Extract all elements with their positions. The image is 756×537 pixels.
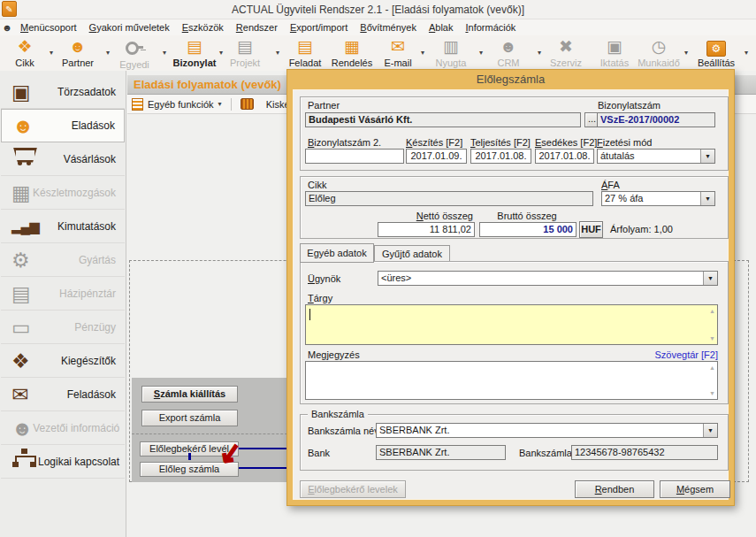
cash-register-icon: ▤ <box>11 279 42 309</box>
tab-gyujto-adatok[interactable]: Gyűjtő adatok <box>374 245 450 262</box>
cancel-button[interactable]: Mégsem <box>660 480 730 498</box>
chevron-down-icon[interactable] <box>742 49 751 57</box>
brutto-osszeg-field[interactable]: 15 000 <box>479 222 577 237</box>
toolbar-feladat[interactable]: ▤ Feladat <box>282 37 328 68</box>
fizetesi-mod-label: Fizetési mód <box>597 137 652 148</box>
toolbar-nyugta[interactable]: ▥ Nyugta <box>428 37 474 68</box>
menu-rendszer[interactable]: Rendszer <box>230 22 284 33</box>
text-caret <box>309 309 310 320</box>
connector-line <box>239 448 286 449</box>
toolbar-email[interactable]: ✉ E-mail <box>375 37 421 68</box>
banknotes-icon: ▭ <box>11 312 42 342</box>
menu-gyakori-muveletek[interactable]: Gyakori műveletek <box>83 22 176 33</box>
menu-eszkozok[interactable]: Eszközök <box>176 22 230 33</box>
chevron-down-icon[interactable] <box>218 100 222 108</box>
keszites-label: Készítés [F2] <box>406 137 462 148</box>
eloleg-szamla-dialog: Előlegszámla Partner Budapesti Vásárló K… <box>286 69 735 506</box>
cikk-field[interactable]: Előleg <box>305 191 593 206</box>
chevron-down-icon[interactable] <box>418 49 427 57</box>
bank-field: SBERBANK Zrt. <box>376 445 506 460</box>
shopping-cart-icon <box>11 145 38 166</box>
sidebar-item-vasarlasok[interactable]: Vásárlások <box>1 142 125 176</box>
menu-informaciok[interactable]: Információk <box>459 22 522 33</box>
arfolyam-text: Árfolyam: 1,00 <box>610 224 673 234</box>
chevron-down-icon[interactable] <box>682 49 691 57</box>
menu-menucsoport[interactable]: Menücsoport <box>14 22 83 33</box>
toolbar-projekt[interactable]: ▤ Projekt <box>222 37 268 68</box>
table-icon <box>132 98 143 111</box>
toolbar-crm[interactable]: ☻ CRM <box>485 37 531 68</box>
scroll-down-icon[interactable]: ▼ <box>709 390 715 396</box>
export-szamla-button[interactable]: Export számla <box>141 410 238 426</box>
szovegtar-link[interactable]: Szövegtár [F2] <box>625 349 718 360</box>
chevron-down-icon[interactable] <box>477 49 485 57</box>
sidebar-item-hazipenztar[interactable]: ▤ Házipénztár <box>1 277 125 311</box>
chevron-down-icon[interactable] <box>273 49 282 57</box>
sidebar-item-torzsadatok[interactable]: ▣ Törzsadatok <box>1 75 125 109</box>
bankszamla-nev-select[interactable]: SBERBANK Zrt. <box>376 423 718 438</box>
scroll-up-icon[interactable]: ▲ <box>709 308 715 314</box>
org-chart-icon <box>11 448 38 469</box>
keszites-date-field[interactable]: 2017.01.09. <box>406 149 467 164</box>
esedekes-date-field[interactable]: 2017.01.08. <box>535 149 594 164</box>
sidebar-item-keszletmozgasok[interactable]: ▦ Készletmozgások <box>1 176 125 210</box>
sidebar-item-logikai-kapcsolat[interactable]: Logikai kapcsolat <box>1 445 125 479</box>
menu-export-import[interactable]: Export/import <box>284 22 354 33</box>
titlebar: ✎ ACTUAL Ügyviteli Rendszer 2.1 - [Eladá… <box>0 0 756 19</box>
afa-select[interactable]: 27 % áfa <box>601 191 715 206</box>
connector-line <box>239 467 286 469</box>
main-toolbar: ❖ Cikk ☻ Partner Egyedi ▤ Bizonylat ▤ Pr… <box>0 35 756 71</box>
sidebar-item-vezetoi-informacio[interactable]: ☻ Vezetői információ <box>1 411 125 445</box>
toolbar-szerviz[interactable]: ✖ Szerviz <box>543 37 589 68</box>
toolbar-iktatas[interactable]: ▣ Iktatás <box>592 37 638 68</box>
tab-egyeb-adatok[interactable]: Egyéb adatok <box>300 243 374 263</box>
ok-button[interactable]: Rendben <box>575 480 654 498</box>
people-icon: ☻ <box>485 37 531 57</box>
toolbar-egyedi[interactable]: Egyedi <box>111 37 157 70</box>
chart-icon: ▂▄▆ <box>11 211 42 242</box>
menubar: ☻ Menücsoport Gyakori műveletek Eszközök… <box>0 19 756 35</box>
toolbar-cikk[interactable]: ❖ Cikk <box>2 37 48 68</box>
toolbar-munkaido[interactable]: ◷ Munkaidő <box>633 37 684 68</box>
megjegyzes-textarea[interactable]: ▲ ▼ <box>305 361 718 400</box>
targy-label: Tárgy <box>308 293 332 303</box>
toolbar-bizonylat[interactable]: ▤ Bizonylat <box>168 37 221 68</box>
scroll-down-icon[interactable]: ▼ <box>709 335 715 341</box>
sidebar-item-penzugy[interactable]: ▭ Pénzügy <box>1 311 125 344</box>
esedekes-label: Esedékes [F2] <box>535 137 597 148</box>
calendar-icon: ▦ <box>327 37 377 57</box>
netto-osszeg-field[interactable]: 11 811,02 <box>378 222 475 237</box>
window-title: ACTUAL Ügyviteli Rendszer 2.1 - [Eladási… <box>0 0 756 19</box>
targy-textarea[interactable]: ▲ ▼ <box>305 304 718 345</box>
envelope-up-icon: ✉ <box>11 380 42 410</box>
divider <box>132 433 305 434</box>
bizonylatszam2-field[interactable] <box>305 149 404 164</box>
bankszamla-nev-label: Bankszámla név <box>308 426 379 436</box>
scroll-up-icon[interactable]: ▲ <box>709 364 715 371</box>
fizetesi-mod-select[interactable]: átutalás <box>597 149 715 164</box>
toolbar-beallitas[interactable]: ⚙ Beállítás <box>691 37 742 68</box>
netto-osszeg-label: Nettó összeg <box>378 211 473 221</box>
ugynok-select[interactable]: <üres> <box>378 271 718 286</box>
document-search-icon: ▤ <box>168 37 221 57</box>
sidebar-item-kimutatasok[interactable]: ▂▄▆ Kimutatások <box>1 210 125 243</box>
toolbar-partner[interactable]: ☻ Partner <box>55 37 101 68</box>
bank-label: Bank <box>308 448 330 458</box>
toolbar-rendeles[interactable]: ▦ Rendelés <box>327 37 377 68</box>
partner-field[interactable]: Budapesti Vásárló Kft. <box>305 112 581 127</box>
sidebar-item-kiegeszitok[interactable]: ❖ Kiegészítők <box>1 344 125 378</box>
sidebar-item-gyartas[interactable]: ⚙ Gyártás <box>1 243 125 277</box>
sidebar-item-feladasok[interactable]: ✉ Feladások <box>1 378 125 411</box>
elolegbekero-levelek-button[interactable]: Előlegbekérő levelek <box>300 480 406 498</box>
archive-icon: ▣ <box>592 37 638 57</box>
teljesites-date-field[interactable]: 2017.01.08. <box>470 149 531 164</box>
currency-button[interactable]: HUF <box>579 221 603 238</box>
separator <box>231 98 232 111</box>
dialog-title: Előlegszámla <box>287 70 734 89</box>
szamla-kiallitas-button[interactable]: Számla kiállítás <box>141 386 238 403</box>
bankszamla-legend: Bankszámla <box>308 409 368 419</box>
menu-bovitmenyek[interactable]: Bővítmények <box>354 22 423 33</box>
egyeb-funkciok-button[interactable]: Egyéb funkciók <box>148 99 214 110</box>
sidebar-item-eladasok[interactable]: ☻ Eladások <box>1 109 125 142</box>
menu-ablak[interactable]: Ablak <box>423 22 460 33</box>
